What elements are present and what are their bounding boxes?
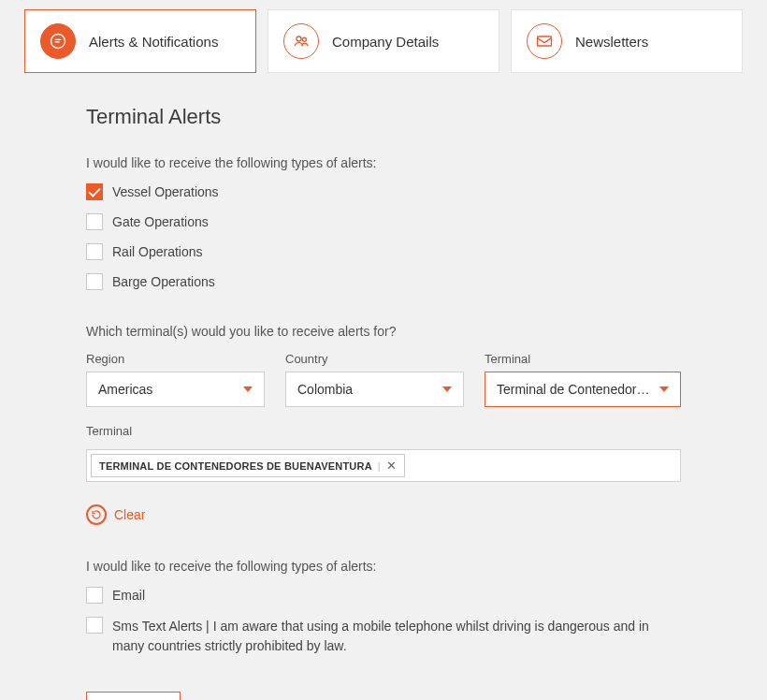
svg-point-1 — [297, 36, 301, 41]
checkbox-rail-operations[interactable]: Rail Operations — [86, 243, 681, 260]
chip-text: TERMINAL DE CONTENEDORES DE BUENAVENTURA — [99, 460, 372, 472]
terminal-label: Terminal — [485, 352, 681, 366]
tab-label: Alerts & Notifications — [89, 34, 218, 50]
region-group: Region Americas — [86, 352, 265, 407]
tab-newsletters[interactable]: Newsletters — [511, 9, 743, 73]
clear-button[interactable]: Clear — [86, 504, 681, 525]
checkbox-label: Email — [112, 588, 145, 603]
undo-icon — [86, 504, 107, 525]
terminal-value: Terminal de Contenedores de... — [497, 382, 650, 397]
section-alert-types-text: I would like to receive the following ty… — [86, 155, 681, 170]
checkbox-label: Rail Operations — [112, 244, 203, 259]
tab-label: Newsletters — [575, 34, 648, 50]
content: Terminal Alerts I would like to receive … — [0, 73, 767, 700]
checkbox-input[interactable] — [86, 243, 103, 260]
checkbox-barge-operations[interactable]: Barge Operations — [86, 273, 681, 290]
terminal-chip-input[interactable]: TERMINAL DE CONTENEDORES DE BUENAVENTURA… — [86, 449, 681, 482]
tab-label: Company Details — [332, 34, 439, 50]
checkbox-input[interactable] — [86, 587, 103, 604]
tab-alerts-notifications[interactable]: Alerts & Notifications — [24, 9, 256, 73]
clear-label: Clear — [114, 507, 145, 522]
chip-remove-icon[interactable]: ✕ — [386, 459, 397, 473]
checkbox-label: Vessel Operations — [112, 184, 219, 199]
region-value: Americas — [98, 382, 152, 397]
checkbox-label: Barge Operations — [112, 274, 215, 289]
people-icon — [283, 23, 319, 59]
country-group: Country Colombia — [285, 352, 464, 407]
terminal-group: Terminal Terminal de Contenedores de... — [485, 352, 681, 407]
checkbox-label: Sms Text Alerts | I am aware that using … — [112, 617, 681, 656]
checkbox-vessel-operations[interactable]: Vessel Operations — [86, 183, 681, 200]
terminal-chip-group: Terminal TERMINAL DE CONTENEDORES DE BUE… — [86, 424, 681, 482]
svg-rect-3 — [538, 36, 552, 46]
alerts-icon — [40, 23, 76, 59]
envelope-icon — [527, 23, 562, 59]
checkbox-gate-operations[interactable]: Gate Operations — [86, 213, 681, 230]
country-value: Colombia — [297, 382, 353, 397]
checkbox-label: Gate Operations — [112, 214, 209, 229]
checkbox-input[interactable] — [86, 213, 103, 230]
page-title: Terminal Alerts — [86, 105, 681, 129]
chip-separator: | — [378, 460, 381, 472]
checkbox-email[interactable]: Email — [86, 587, 681, 604]
chevron-down-icon — [659, 386, 669, 392]
terminal-chip: TERMINAL DE CONTENEDORES DE BUENAVENTURA… — [91, 454, 405, 477]
region-label: Region — [86, 352, 265, 366]
section-delivery-text: I would like to receive the following ty… — [86, 559, 681, 574]
tabs: Alerts & Notifications Company Details N… — [0, 0, 767, 73]
checkbox-input[interactable] — [86, 617, 103, 634]
country-select[interactable]: Colombia — [285, 372, 464, 407]
checkbox-sms[interactable]: Sms Text Alerts | I am aware that using … — [86, 617, 681, 656]
tab-company-details[interactable]: Company Details — [268, 9, 499, 73]
section-terminals-text: Which terminal(s) would you like to rece… — [86, 324, 681, 339]
checkbox-input[interactable] — [86, 183, 103, 200]
country-label: Country — [285, 352, 464, 366]
terminal-select[interactable]: Terminal de Contenedores de... — [485, 372, 681, 407]
terminal-chip-label: Terminal — [86, 424, 681, 438]
region-select[interactable]: Americas — [86, 372, 265, 407]
checkbox-input[interactable] — [86, 273, 103, 290]
chevron-down-icon — [442, 386, 452, 392]
update-button[interactable]: Update — [86, 692, 181, 700]
svg-point-0 — [51, 35, 65, 49]
svg-point-2 — [302, 37, 306, 41]
chevron-down-icon — [243, 386, 253, 392]
